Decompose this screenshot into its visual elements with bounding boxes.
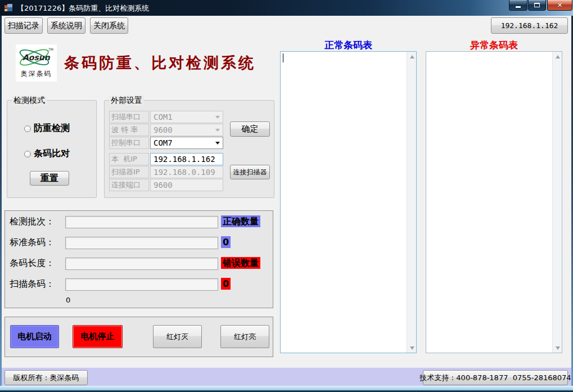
chevron-down-icon (556, 346, 560, 350)
titlebar: 【20171226】条码防重、比对检测系统 ✕ (0, 0, 573, 16)
motor-stop-button[interactable]: 电机停止 (73, 325, 123, 348)
scan-records-button[interactable]: 扫描记录 (4, 17, 43, 34)
scroll-up-button[interactable] (553, 52, 562, 61)
window-border-bottom (0, 386, 573, 392)
abnormal-barcode-list[interactable] (426, 51, 562, 353)
error-count-label: 错误数量 (221, 257, 260, 269)
logo-caption: 奥深条码 (16, 69, 57, 79)
barcode-length-label: 条码长度： (10, 258, 55, 269)
detection-mode-group: 检测模式 防重检测 条码比对 重置 (7, 100, 97, 198)
window-title: 【20171226】条码防重、比对检测系统 (17, 3, 149, 13)
abnormal-barcode-list-title: 异常条码表 (426, 39, 562, 52)
red-light-on-button[interactable]: 红灯亮 (220, 325, 269, 348)
statusbar: 版权所有：奥深条码 技术支持：400-878-1877 0755-2816807… (2, 367, 571, 386)
baud-rate-label: 波 特 率 (109, 124, 149, 136)
normal-barcode-list-title: 正常条码表 (280, 39, 417, 52)
external-settings-group: 外部设置 扫描串口 COM1 波 特 率 9600 控制串口 COM7 本 机I… (104, 100, 274, 198)
connect-scanner-button[interactable]: 连接扫描器 (230, 165, 270, 179)
detection-fields-panel: 检测批次： 正确数量 标准条码： 0 条码长度： 错误数量 扫描条码： 0 0 (4, 210, 273, 308)
confirm-button[interactable]: 确定 (230, 121, 270, 137)
scan-port-label: 扫描串口 (109, 111, 149, 123)
close-button[interactable]: ✕ (547, 0, 572, 11)
logo-brand: Aosun (22, 53, 50, 62)
normal-list-scrollbar[interactable] (407, 52, 416, 353)
connect-port-field: 9600 (150, 179, 223, 191)
standard-barcode-input[interactable] (65, 237, 218, 249)
scanner-ip-field: 192.168.0.109 (150, 166, 223, 178)
support-button[interactable]: 技术支持：400-878-1877 0755-28168074 (423, 370, 568, 385)
connect-port-label: 连接端口 (109, 179, 149, 191)
scanner-ip-label: 扫描器IP (109, 166, 149, 178)
normal-barcode-list[interactable] (280, 51, 417, 353)
correct-count-label: 正确数量 (221, 215, 260, 227)
scroll-up-button[interactable] (407, 52, 417, 61)
external-settings-group-title: 外部设置 (109, 96, 144, 106)
minimize-icon (516, 6, 521, 8)
chevron-up-icon (410, 55, 414, 58)
copyright-button[interactable]: 版权所有：奥深条码 (4, 370, 88, 385)
close-icon: ✕ (557, 2, 562, 9)
chevron-down-icon (215, 129, 220, 132)
system-info-button[interactable]: 系统说明 (47, 17, 85, 34)
reset-button[interactable]: 重置 (30, 171, 69, 186)
chevron-down-icon (410, 346, 414, 350)
local-ip-field[interactable]: 192.168.1.162 (150, 153, 223, 165)
detection-mode-group-title: 检测模式 (12, 96, 47, 106)
red-light-off-button[interactable]: 红灯灭 (153, 325, 202, 348)
control-port-label: 控制串口 (109, 137, 149, 149)
logo-trademark: TM (48, 47, 53, 51)
chevron-up-icon (556, 55, 560, 58)
batch-input[interactable] (65, 216, 218, 228)
standard-barcode-label: 标准条码： (10, 237, 55, 249)
radio-unchecked-icon (24, 125, 31, 132)
correct-count-value: 0 (221, 236, 231, 248)
batch-label: 检测批次： (10, 216, 55, 228)
scroll-down-button[interactable] (553, 343, 562, 353)
radio-anti-duplicate[interactable]: 防重检测 (24, 123, 70, 134)
local-ip-label: 本 机IP (109, 153, 149, 165)
abnormal-list-scrollbar[interactable] (552, 52, 562, 353)
toolbar: 扫描记录 系统说明 关闭系统 192.168.1.162 (2, 16, 571, 35)
motor-start-button[interactable]: 电机启动 (10, 325, 59, 348)
control-port-combo[interactable]: COM7 (150, 137, 223, 149)
scan-barcode-label: 扫描条码： (10, 278, 55, 290)
chevron-down-icon (215, 142, 220, 145)
scan-barcode-input[interactable] (65, 278, 218, 291)
scroll-down-button[interactable] (407, 343, 417, 353)
app-window: 【20171226】条码防重、比对检测系统 ✕ 扫描记录 系统说明 关闭系统 1… (0, 0, 573, 392)
maximize-button[interactable] (528, 0, 546, 11)
text-caret (283, 53, 283, 62)
maximize-icon (534, 3, 540, 7)
window-border-left (0, 16, 2, 386)
scan-port-combo: COM1 (150, 111, 223, 123)
close-system-button[interactable]: 关闭系统 (90, 17, 128, 34)
motor-controls-panel: 电机启动 电机停止 红灯灭 红灯亮 (4, 317, 273, 357)
barcode-length-input[interactable] (65, 258, 218, 270)
radio-unchecked-icon (24, 151, 31, 157)
host-ip-button[interactable]: 192.168.1.162 (491, 17, 568, 34)
company-logo: Aosun TM 奥深条码 (16, 44, 57, 82)
error-count-value: 0 (221, 278, 231, 290)
page-title: 条码防重、比对检测系统 (64, 53, 256, 73)
radio-barcode-compare[interactable]: 条码比对 (24, 148, 70, 160)
footnote-count: 0 (66, 296, 70, 304)
minimize-button[interactable] (509, 0, 527, 11)
baud-rate-combo: 9600 (150, 124, 223, 136)
chevron-down-icon (215, 116, 220, 119)
app-icon (4, 4, 13, 12)
